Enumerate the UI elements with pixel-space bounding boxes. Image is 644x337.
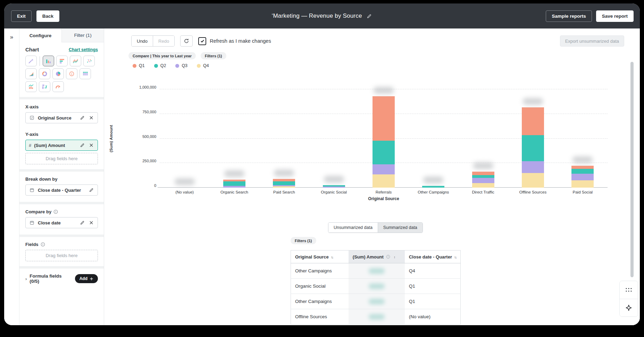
unsummarized-data-tab[interactable]: Unsummarized data — [328, 223, 378, 232]
bar-segment-q4[interactable] — [522, 173, 544, 188]
save-report-button[interactable]: Save report — [596, 10, 634, 22]
bar-segment-q2[interactable] — [522, 135, 544, 161]
chart-type-kpi-button[interactable]: 1 — [66, 68, 77, 79]
chart-type-bar-button[interactable] — [56, 56, 68, 66]
bar-segment-q2[interactable] — [571, 169, 594, 174]
summarized-data-tab[interactable]: Summarized data — [378, 223, 423, 232]
chevron-right-icon[interactable]: › — [25, 276, 27, 281]
chart-type-column-button[interactable] — [43, 56, 54, 66]
x-category-label: Organic Search — [209, 190, 259, 194]
collapse-sidebar-button[interactable]: » — [10, 34, 13, 325]
cell-original-source: Other Campaigns — [291, 294, 349, 309]
remove-field-icon[interactable] — [88, 142, 94, 148]
bar-segment-q3[interactable] — [373, 164, 395, 174]
gauge-chart-icon — [55, 84, 61, 90]
y-axis-field-pill[interactable]: # (Sum) Amount — [25, 140, 98, 151]
chart-section-title: Chart — [25, 47, 39, 52]
redacted-bar-label — [523, 98, 543, 105]
bar-segment-q4[interactable] — [373, 174, 395, 188]
bar-segment-q2[interactable] — [422, 186, 444, 188]
fields-drop-zone[interactable]: Drag fields here — [25, 250, 98, 261]
legend-label: Q1 — [139, 63, 145, 68]
undo-button[interactable]: Undo — [132, 36, 153, 46]
bar-segment-q2[interactable] — [223, 181, 245, 186]
column-header-sum-amount[interactable]: (Sum) Amount ↑ — [349, 250, 405, 263]
y-axis-field-name: (Sum) Amount — [34, 143, 76, 148]
remove-field-icon[interactable] — [88, 115, 94, 121]
tab-configure[interactable]: Configure — [19, 28, 61, 42]
tab-filter[interactable]: Filter (1) — [61, 28, 104, 42]
x-axis-field-name: Original Source — [38, 115, 76, 121]
y-axis-drop-zone[interactable]: Drag fields here — [25, 153, 98, 164]
table-filters-badge[interactable]: Filters (1) — [291, 237, 316, 244]
bar-segment-q3[interactable] — [223, 186, 245, 188]
bar-segment-q1[interactable] — [472, 172, 494, 175]
refresh-as-change-checkbox[interactable]: Refresh as I make changes — [198, 37, 271, 45]
chart-type-table-button[interactable] — [80, 68, 91, 79]
sample-reports-button[interactable]: Sample reports — [546, 10, 592, 22]
refresh-button[interactable] — [180, 35, 193, 47]
table-row: Offline Sources(No value) — [291, 309, 461, 324]
exit-button[interactable]: Exit — [11, 10, 32, 22]
bar-segment-q3[interactable] — [571, 174, 594, 180]
bar-segment-q1[interactable] — [522, 107, 544, 135]
edit-pencil-icon[interactable] — [79, 115, 85, 121]
bar-segment-q4[interactable] — [571, 180, 594, 188]
compare-by-label: Compare by — [25, 209, 51, 214]
cell-sum-amount-redacted — [349, 294, 405, 309]
bar-segment-q3[interactable] — [472, 178, 494, 183]
cell-sum-amount-redacted — [349, 279, 405, 294]
bar-segment-q2[interactable] — [472, 175, 494, 178]
chart-filters-badge[interactable]: Filters (1) — [201, 52, 226, 59]
back-button[interactable]: Back — [36, 10, 59, 22]
chart-type-auto-button[interactable] — [25, 56, 37, 66]
legend-item-q1[interactable]: Q1 — [133, 63, 145, 68]
cell-close-date-quarter: Q1 — [405, 279, 461, 294]
chart-type-line-button[interactable] — [70, 56, 81, 66]
table-body: Other CampaignsQ4Organic SocialQ1Other C… — [291, 263, 461, 324]
bar-segment-q1[interactable] — [571, 166, 594, 168]
bar-segment-q3[interactable] — [522, 161, 544, 173]
apps-grid-button[interactable] — [620, 281, 638, 299]
bar-segment-q4[interactable] — [472, 183, 494, 188]
edit-pencil-icon[interactable] — [88, 187, 94, 193]
x-axis-field-pill[interactable]: Original Source — [25, 112, 98, 123]
edit-pencil-icon[interactable] — [79, 220, 85, 226]
legend-item-q3[interactable]: Q3 — [175, 63, 187, 68]
bar-segment-q3[interactable] — [323, 187, 345, 188]
chart-settings-link[interactable]: Chart settings — [69, 47, 98, 52]
chart-type-donut-button[interactable] — [39, 68, 50, 79]
bar-segment-q2[interactable] — [273, 181, 295, 186]
bar-segment-q4[interactable] — [273, 186, 295, 188]
redo-button[interactable]: Redo — [153, 36, 174, 46]
break-down-label: Break down by — [25, 176, 98, 182]
export-unsummarized-button[interactable]: Export unsummarized data — [560, 35, 624, 47]
chart-type-combo-button[interactable] — [25, 81, 37, 92]
legend-item-q4[interactable]: Q4 — [197, 63, 209, 68]
bar-segment-q1[interactable] — [373, 96, 395, 140]
edit-title-pencil-icon[interactable] — [366, 13, 373, 19]
chart-type-scatter-button[interactable] — [83, 56, 95, 66]
cell-close-date-quarter: Q1 — [405, 294, 461, 309]
x-axis-title: Original Source — [160, 196, 608, 201]
column-chart-icon — [45, 58, 51, 64]
config-sidebar: Configure Filter (1) Chart Chart setting… — [19, 28, 104, 325]
bar-segment-q2[interactable] — [373, 141, 395, 164]
break-down-field-pill[interactable]: Close date - Quarter — [25, 184, 98, 196]
column-header-original-source[interactable]: Original Source↑↓ — [291, 250, 349, 263]
compare-badge[interactable]: Compare | This year to Last year — [128, 52, 196, 59]
chart-type-pivot-button[interactable] — [39, 81, 50, 92]
remove-field-icon[interactable] — [88, 220, 94, 226]
chart-type-area-button[interactable] — [25, 68, 37, 79]
add-formula-field-button[interactable]: Add — [75, 274, 98, 283]
chart-type-pie-button[interactable] — [52, 68, 64, 79]
chart-type-gauge-button[interactable] — [52, 81, 64, 92]
ai-assistant-button[interactable] — [620, 299, 638, 317]
compare-by-field-pill[interactable]: Close date — [25, 217, 98, 228]
edit-pencil-icon[interactable] — [79, 142, 85, 148]
column-header-close-date-quarter[interactable]: Close date - Quarter↑↓ — [405, 250, 461, 263]
section-divider — [19, 97, 104, 99]
combo-chart-icon — [28, 84, 34, 90]
legend-item-q2[interactable]: Q2 — [154, 63, 166, 68]
scrollbar-thumb[interactable] — [630, 62, 634, 277]
